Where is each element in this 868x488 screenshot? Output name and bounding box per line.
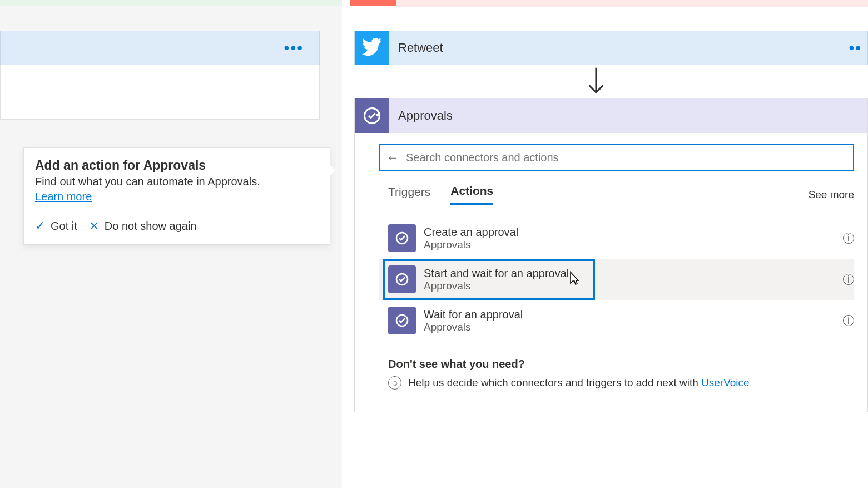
action-item-start-wait[interactable]: Start and wait for an approval Approvals [383, 259, 595, 300]
action-text: Create an approval Approvals [424, 226, 843, 251]
tooltip-title: Add an action for Approvals [35, 158, 319, 173]
approvals-icon [388, 307, 416, 334]
see-more-link[interactable]: See more [809, 189, 854, 201]
action-row-hovered: Start and wait for an approval Approvals… [355, 259, 867, 300]
back-arrow-icon[interactable]: ← [386, 150, 399, 165]
left-step-card[interactable]: ••• [0, 31, 320, 65]
actions-list: Create an approval Approvals i Start and… [355, 218, 867, 341]
action-name: Start and wait for an approval [424, 267, 591, 280]
retweet-step-card[interactable]: Retweet •• [354, 31, 868, 65]
more-icon[interactable]: ••• [284, 45, 304, 51]
learn-more-link[interactable]: Learn more [35, 190, 92, 203]
dont-show-button[interactable]: ✕ Do not show again [90, 219, 197, 233]
got-it-label: Got it [51, 220, 77, 233]
help-text: Help us decide which connectors and trig… [408, 377, 750, 389]
got-it-button[interactable]: ✓ Got it [35, 219, 77, 233]
right-panel: Retweet •• Approvals ← Triggers Actions … [342, 0, 868, 488]
action-name: Create an approval [424, 226, 843, 239]
info-icon[interactable]: i [843, 274, 854, 285]
action-item-wait[interactable]: Wait for an approval Approvals i [355, 300, 867, 341]
pink-bar [396, 0, 868, 7]
twitter-icon [355, 31, 389, 65]
approvals-step-card: Approvals ← Triggers Actions See more Cr… [354, 98, 868, 412]
action-text: Start and wait for an approval Approvals [424, 267, 591, 292]
help-section: Don't see what you need? ☺ Help us decid… [388, 358, 854, 390]
smile-icon: ☺ [388, 376, 401, 390]
search-input[interactable] [406, 151, 847, 164]
orange-tab [350, 0, 396, 6]
tooltip-desc: Find out what you can automate in Approv… [35, 175, 319, 188]
x-icon: ✕ [90, 219, 99, 233]
tooltip-card: Add an action for Approvals Find out wha… [23, 147, 330, 245]
info-icon[interactable]: i [843, 233, 854, 244]
tab-actions[interactable]: Actions [450, 184, 493, 205]
tooltip-actions: ✓ Got it ✕ Do not show again [35, 219, 319, 233]
approvals-icon [388, 224, 416, 252]
action-sub: Approvals [424, 280, 591, 292]
action-sub: Approvals [424, 321, 843, 333]
approvals-icon [388, 265, 416, 293]
help-row: ☺ Help us decide which connectors and tr… [388, 376, 854, 390]
approvals-title: Approvals [398, 109, 453, 123]
tooltip-pointer [330, 165, 335, 176]
tab-triggers[interactable]: Triggers [388, 185, 430, 204]
uservoice-link[interactable]: UserVoice [701, 377, 750, 388]
tabs-row: Triggers Actions See more [388, 184, 854, 205]
check-icon: ✓ [35, 219, 45, 233]
dont-show-label: Do not show again [105, 220, 197, 233]
action-text: Wait for an approval Approvals [424, 308, 843, 333]
approvals-header[interactable]: Approvals [355, 98, 867, 133]
left-panel: ••• Add an action for Approvals Find out… [0, 0, 342, 488]
arrow-down-icon [586, 66, 607, 100]
action-item-create[interactable]: Create an approval Approvals i [355, 218, 867, 259]
green-bar [0, 0, 342, 6]
action-sub: Approvals [424, 239, 843, 251]
more-icon[interactable]: •• [849, 39, 862, 57]
retweet-title: Retweet [398, 41, 849, 55]
help-text-pre: Help us decide which connectors and trig… [408, 377, 701, 388]
info-icon[interactable]: i [843, 315, 854, 326]
action-name: Wait for an approval [424, 308, 843, 321]
left-step-body [0, 65, 320, 120]
approvals-icon [355, 98, 389, 133]
search-row: ← [379, 144, 854, 171]
help-title: Don't see what you need? [388, 358, 854, 371]
approvals-body: ← Triggers Actions See more Create an ap… [355, 133, 867, 412]
